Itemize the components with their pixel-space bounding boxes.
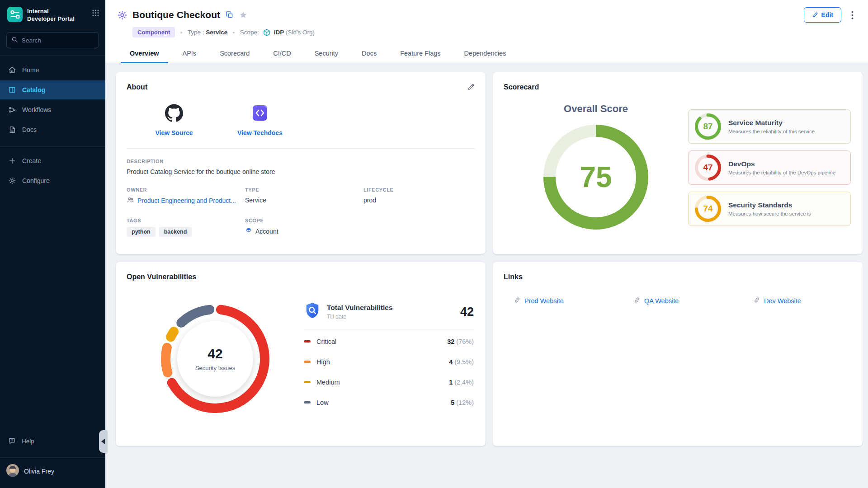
legend-row-low: Low 5 (12%) [304, 392, 474, 413]
content-grid: About View Source [105, 63, 868, 488]
score-desc: Measures how secure the service is [728, 211, 811, 216]
type-value: Service [245, 197, 363, 204]
workflows-icon [8, 106, 16, 114]
link-icon [514, 296, 521, 305]
tag-chip[interactable]: python [127, 227, 156, 237]
score-desc: Measures the reliability of this service [728, 129, 815, 134]
scorecard-item-security-standards[interactable]: 74 Security Standards Measures how secur… [688, 192, 851, 226]
overall-score-label: Overall Score [564, 103, 628, 115]
sidebar-item-label: Home [22, 66, 39, 74]
plus-icon [8, 157, 16, 165]
scorecard-title: Scorecard [504, 83, 539, 91]
overall-score-value: 75 [543, 125, 648, 230]
donut-center-label: Security Issues [195, 365, 235, 371]
scorecard-card: Scorecard Overall Score 75 87 [493, 72, 863, 254]
legend-dash [304, 381, 311, 383]
sidebar-item-workflows[interactable]: Workflows [0, 100, 105, 119]
sidebar-item-label: Create [22, 157, 41, 164]
owner-field: OWNER Product Engineering and Product... [127, 187, 245, 205]
tab-apis[interactable]: APIs [171, 44, 208, 63]
user-menu[interactable]: Olivia Frey [0, 458, 105, 488]
donut-center-value: 42 [208, 346, 222, 361]
help-button[interactable]: ? Help [0, 432, 105, 450]
score-ring: 87 [695, 113, 721, 140]
overall-score-block: Overall Score 75 [504, 103, 688, 233]
sidebar-item-label: Catalog [22, 86, 45, 94]
star-icon[interactable] [239, 11, 247, 19]
sidebar-item-label: Docs [22, 126, 37, 133]
sidebar-item-label: Configure [22, 177, 50, 184]
sidebar-collapse-handle[interactable] [99, 430, 107, 453]
divider [127, 148, 475, 149]
sidebar-item-create[interactable]: Create [0, 151, 105, 170]
owner-link[interactable]: Product Engineering and Product... [127, 196, 245, 205]
score-desc: Measures the reliability of the DevOps p… [728, 170, 835, 175]
page-header: Boutique Checkout Edit [105, 0, 868, 63]
link-icon [753, 296, 760, 305]
entity-meta-row: Component ● Type : Service ● Scope: IDP … [105, 23, 868, 38]
link-prod-website[interactable]: Prod Website [514, 296, 633, 305]
view-techdocs-link[interactable]: View Techdocs [231, 104, 289, 136]
sidebar-item-label: Workflows [22, 106, 51, 113]
about-title: About [127, 83, 147, 91]
tab-security[interactable]: Security [303, 44, 350, 63]
scope-value: IDP [274, 29, 284, 36]
tab-feature-flags[interactable]: Feature Flags [388, 44, 452, 63]
copy-icon[interactable] [226, 11, 234, 19]
edit-button[interactable]: Edit [804, 7, 841, 23]
link-qa-website[interactable]: QA Website [633, 296, 753, 305]
github-icon [165, 104, 183, 124]
sidebar-bottom: ? Help Olivia Frey [0, 432, 105, 488]
about-card: About View Source [116, 72, 486, 254]
legend-dash [304, 361, 311, 363]
tab-scorecard[interactable]: Scorecard [208, 44, 261, 63]
tab-bar: Overview APIs Scorecard CI/CD Security D… [105, 44, 868, 63]
tags-field: TAGS python backend [127, 218, 245, 237]
view-source-label: View Source [155, 129, 193, 136]
app-title: Internal Developer Portal [27, 7, 75, 23]
scope-value: Account [255, 228, 278, 235]
sidebar: Internal Developer Portal Home [0, 0, 105, 488]
kebab-menu-icon[interactable] [851, 11, 854, 19]
help-label: Help [22, 438, 34, 445]
sidebar-item-catalog[interactable]: Catalog [0, 80, 105, 99]
apps-grid-icon[interactable] [92, 9, 99, 18]
tab-dependencies[interactable]: Dependencies [453, 44, 518, 63]
cube-icon [263, 28, 271, 37]
about-edit-pencil-icon[interactable] [467, 83, 475, 91]
tag-chip[interactable]: backend [159, 227, 192, 237]
tab-cicd[interactable]: CI/CD [261, 44, 302, 63]
logo-row: Internal Developer Portal [0, 0, 105, 24]
search-input[interactable] [22, 37, 90, 44]
svg-text:?: ? [11, 439, 13, 442]
sidebar-item-home[interactable]: Home [0, 61, 105, 80]
sidebar-item-configure[interactable]: Configure [0, 171, 105, 190]
tab-overview[interactable]: Overview [118, 44, 171, 63]
description-label: DESCRIPTION [127, 159, 475, 164]
score-name: Service Maturity [728, 119, 815, 127]
techdocs-icon [251, 104, 269, 124]
type-field: TYPE Service [245, 187, 363, 205]
app-logo [7, 7, 23, 24]
overall-score-donut: 75 [543, 125, 648, 230]
vulnerabilities-card: Open Vulnerabilities 42 Security Issues [116, 262, 486, 446]
tab-docs[interactable]: Docs [350, 44, 388, 63]
scorecard-item-service-maturity[interactable]: 87 Service Maturity Measures the reliabi… [688, 109, 851, 144]
search-box[interactable] [6, 32, 99, 48]
sidebar-item-docs[interactable]: Docs [0, 120, 105, 139]
docs-icon [8, 126, 16, 134]
view-source-link[interactable]: View Source [145, 104, 203, 136]
help-icon: ? [8, 437, 16, 445]
links-card: Links Prod Website [493, 262, 863, 446]
donut-center: 42 Security Issues [177, 321, 253, 397]
type-value: Service [206, 29, 227, 36]
vulnerabilities-title: Open Vulnerabilities [127, 273, 196, 281]
legend-row-high: High 4 (9.5%) [304, 352, 474, 372]
score-ring: 47 [695, 155, 721, 181]
kind-badge: Component [132, 27, 175, 38]
scorecard-item-devops[interactable]: 47 DevOps Measures the reliability of th… [688, 150, 851, 185]
chevron-left-icon [101, 439, 105, 444]
link-dev-website[interactable]: Dev Website [753, 296, 852, 305]
vuln-summary-subtitle: Till date [327, 314, 393, 320]
vuln-summary-row: Total Vulnerabilities Till date 42 [304, 302, 474, 322]
